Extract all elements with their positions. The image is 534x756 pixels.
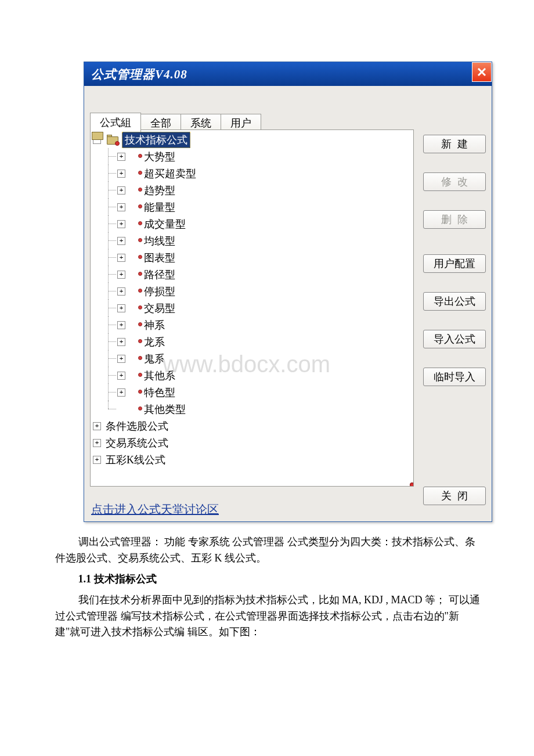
tree-node-label: 五彩K线公式 (106, 453, 165, 467)
tree-node-label: 趋势型 (144, 183, 175, 197)
tree-node-label: 大势型 (144, 150, 175, 164)
tab-all[interactable]: 全部 (140, 114, 181, 131)
tree-node-label: 成交量型 (144, 217, 186, 231)
tree-node-label: 停损型 (144, 285, 175, 298)
tree-node-label: 其他系 (144, 369, 175, 383)
expand-icon[interactable]: + (117, 220, 125, 228)
wave-icon (130, 304, 140, 312)
tree-node-label: 龙系 (144, 335, 165, 349)
expand-icon[interactable]: + (117, 287, 125, 296)
wave-icon (130, 203, 140, 211)
window-title: 公式管理器V4.08 (91, 66, 187, 82)
expand-icon[interactable]: + (117, 372, 125, 380)
tree-node-label: 神系 (144, 318, 165, 332)
tab-formula-group[interactable]: 公式組 (90, 113, 141, 132)
tree-node[interactable]: +特色型 (104, 384, 411, 401)
expand-icon[interactable]: + (117, 355, 125, 363)
tree-node-label: 超买超卖型 (144, 167, 196, 181)
tree-node-label: 鬼系 (144, 352, 165, 366)
tree-node[interactable]: +均线型 (104, 232, 411, 249)
expand-icon[interactable]: + (117, 388, 125, 397)
tab-system[interactable]: 系统 (181, 114, 221, 131)
tree-node-label: 条件选股公式 (106, 419, 168, 433)
wave-icon (130, 254, 140, 262)
tree-node-label: 均线型 (144, 234, 175, 248)
tree-node[interactable]: +成交量型 (104, 215, 411, 232)
expand-icon[interactable]: + (117, 153, 125, 161)
tree-siblings: +条件选股公式 +交易系统公式 +五彩K线公式 (93, 417, 411, 468)
tree-node[interactable]: +交易型 (104, 300, 411, 316)
tree-node-label: 其他类型 (144, 402, 186, 416)
expand-icon[interactable]: + (117, 321, 125, 329)
tree-node[interactable]: +能量型 (104, 199, 411, 215)
modify-button[interactable]: 修改 (423, 172, 486, 191)
expand-icon[interactable]: + (117, 203, 125, 211)
expand-icon[interactable]: + (117, 186, 125, 195)
tree-node-label: 技术指标公式 (122, 132, 190, 148)
export-formula-button[interactable]: 导出公式 (423, 292, 486, 311)
tree-node-label: 特色型 (144, 386, 175, 399)
close-button[interactable]: 关闭 (423, 487, 486, 505)
expand-icon[interactable]: + (117, 254, 125, 262)
section-heading: 1.1 技术指标公式 (55, 571, 482, 588)
expand-icon[interactable]: + (93, 456, 101, 464)
expand-icon[interactable]: + (117, 237, 125, 245)
paragraph: 调出公式管理器： 功能 专家系统 公式管理器 公式类型分为四大类：技术指标公式、… (55, 534, 482, 567)
user-config-button[interactable]: 用户配置 (423, 254, 486, 273)
wave-icon (130, 220, 140, 228)
tree-node-label: 图表型 (144, 251, 175, 265)
tree-node[interactable]: +超买超卖型 (104, 165, 411, 182)
expand-icon[interactable]: + (93, 439, 101, 447)
folder-icon (106, 135, 118, 145)
tree-node-label: 能量型 (144, 200, 175, 214)
tree-node[interactable]: +鬼系 (104, 350, 411, 367)
temp-import-button[interactable]: 临时导入 (423, 368, 486, 386)
wave-icon (130, 321, 140, 329)
paragraph: 我们在技术分析界面中见到的指标为技术指标公式，比如 MA, KDJ , MACD… (55, 592, 482, 641)
delete-button[interactable]: 删除 (423, 210, 486, 229)
tree-node[interactable]: +其他系 (104, 367, 411, 384)
tree-node[interactable]: 其他类型 (104, 401, 411, 417)
article: 调出公式管理器： 功能 专家系统 公式管理器 公式类型分为四大类：技术指标公式、… (55, 534, 482, 645)
tree-node-trading[interactable]: +交易系统公式 (93, 434, 411, 451)
wave-icon (130, 355, 140, 363)
wave-icon (130, 186, 140, 195)
wave-icon (130, 372, 140, 380)
wave-icon (130, 338, 140, 346)
tree-node[interactable]: +龙系 (104, 333, 411, 350)
tree-node[interactable]: +神系 (104, 316, 411, 333)
tree-node[interactable]: +停损型 (104, 283, 411, 300)
tree-node[interactable]: +大势型 (104, 148, 411, 165)
wave-icon (130, 237, 140, 245)
close-icon[interactable] (472, 62, 492, 82)
tree-node[interactable]: +路径型 (104, 266, 411, 283)
tree-node-condition[interactable]: +条件选股公式 (93, 417, 411, 434)
expand-icon[interactable]: + (117, 271, 125, 279)
tree-node-colorful-k[interactable]: +五彩K线公式 (93, 451, 411, 468)
wave-icon (130, 405, 140, 413)
wave-icon (130, 153, 140, 161)
tree-node[interactable]: +图表型 (104, 249, 411, 266)
titlebar[interactable]: 公式管理器V4.08 (84, 62, 492, 86)
tree-node-tech-indicator[interactable]: − 技术指标公式 (93, 131, 411, 148)
forum-link[interactable]: 点击进入公式天堂讨论区 (91, 502, 219, 517)
tree-node-label: 路径型 (144, 268, 175, 282)
button-column: 新建 修改 删除 用户配置 导出公式 导入公式 临时导入 (423, 135, 486, 386)
tree-children: +大势型 +超买超卖型 +趋势型 +能量型 +成交量型 +均线型 +图表型 +路… (93, 148, 411, 417)
tab-strip: 公式組 全部 系统 用户 (90, 112, 261, 131)
expand-icon[interactable]: + (117, 304, 125, 312)
tab-user[interactable]: 用户 (221, 114, 261, 131)
formula-manager-dialog: 公式管理器V4.08 公式組 全部 系统 用户 − 技术指标公式 +大 (84, 62, 492, 522)
tree-node[interactable]: +趋势型 (104, 182, 411, 199)
wave-icon (130, 170, 140, 178)
expand-icon[interactable]: + (93, 422, 101, 430)
expand-icon[interactable]: + (117, 170, 125, 178)
tree-node-label: 交易系统公式 (106, 436, 168, 450)
wave-icon (130, 287, 140, 296)
wave-icon (130, 271, 140, 279)
new-button[interactable]: 新建 (423, 135, 486, 153)
import-formula-button[interactable]: 导入公式 (423, 330, 486, 348)
wave-icon (130, 388, 140, 397)
dialog-body: 公式組 全部 系统 用户 − 技术指标公式 +大势型 +超买超卖型 +趋势型 + (84, 86, 492, 521)
expand-icon[interactable]: + (117, 338, 125, 346)
